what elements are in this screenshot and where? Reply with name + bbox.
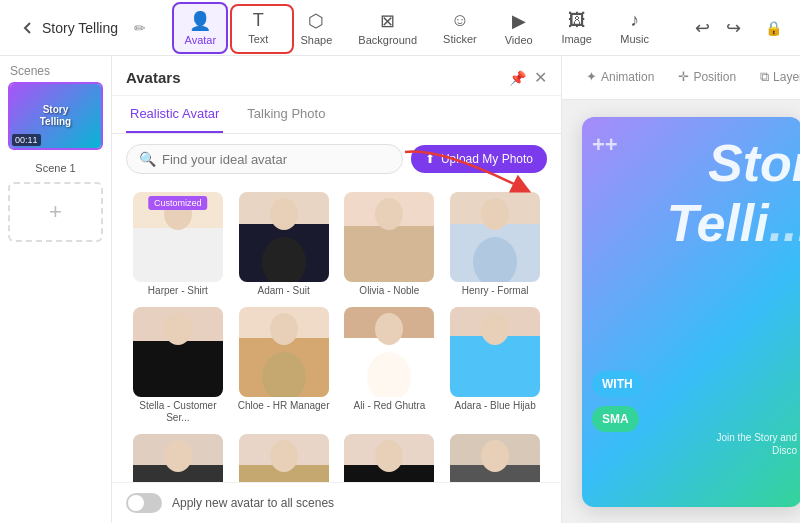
apply-all-toggle[interactable] [126,493,162,513]
svg-point-3 [262,237,306,282]
toggle-row: Apply new avatar to all scenes [112,482,561,523]
undo-button[interactable]: ↩ [689,11,716,45]
svg-point-5 [367,237,411,282]
avatar-tabs: Realistic Avatar Talking Photo [112,96,561,134]
avatar-card-harper[interactable]: CustomizedHarper - Shirt [126,188,230,301]
avatar-card-ali[interactable]: Ali - Red Ghutra [338,303,442,428]
lock-button[interactable]: 🔒 [759,14,788,42]
upload-label: Upload My Photo [441,152,533,166]
svg-point-6 [481,198,509,230]
panel-title: Avatars [126,69,509,86]
svg-point-21 [367,479,411,482]
tool-text[interactable]: T Text [230,2,286,54]
canvas-slide[interactable]: ++ Stor Telli... WITH SMA Join the Story… [582,117,800,507]
tab-position-label: Position [693,70,736,84]
canvas-area: ++ Stor Telli... WITH SMA Join the Story… [562,100,800,523]
avatar-img-chloe [239,307,329,397]
canvas-story-text: Stor [708,137,800,189]
animation-icon: ✦ [586,69,597,84]
avatar-card-p4[interactable] [443,430,547,482]
background-icon: ⊠ [380,10,395,32]
avatar-card-henry[interactable]: Henry - Formal [443,188,547,301]
avatar-grid: CustomizedHarper - ShirtAdam - SuitOlivi… [112,184,561,482]
sticker-icon: ☺ [451,10,469,31]
avatar-img-stella [133,307,223,397]
avatar-img-adam [239,192,329,282]
avatar-card-adara[interactable]: Adara - Blue Hijab [443,303,547,428]
shape-icon: ⬡ [308,10,324,32]
avatar-card-p3[interactable] [338,430,442,482]
tab-talking-photo[interactable]: Talking Photo [243,96,329,133]
top-toolbar: Story Telling ✏ 👤 Avatar T Text ⬡ Shape … [0,0,800,56]
avatar-panel: Avatars 📌 ✕ Realistic Avatar Talking Pho… [112,56,562,523]
search-box: 🔍 [126,144,403,174]
plus-decoration: ++ [592,132,618,158]
customized-badge: Customized [148,196,208,210]
avatar-name-adara: Adara - Blue Hijab [455,400,536,412]
toolbar-title: Story Telling [42,20,118,36]
scene-thumb-text: StoryTelling [40,104,71,128]
avatar-img-henry [450,192,540,282]
svg-point-9 [156,352,200,397]
toggle-label: Apply new avatar to all scenes [172,496,334,510]
tool-background[interactable]: ⊠ Background [346,2,429,54]
toggle-knob [128,495,144,511]
svg-point-1 [156,237,200,282]
tool-shape[interactable]: ⬡ Shape [288,2,344,54]
tab-layer-label: Layer [773,70,800,84]
badge-with: WITH [592,371,643,397]
scene-1-image: StoryTelling 00:11 [10,84,101,148]
avatar-card-olivia[interactable]: Olivia - Noble [338,188,442,301]
avatar-name-henry: Henry - Formal [462,285,529,297]
tool-sticker[interactable]: ☺ Sticker [431,2,489,54]
svg-point-23 [473,479,517,482]
scene-1-thumb[interactable]: StoryTelling 00:11 [8,82,103,150]
svg-point-18 [270,440,298,472]
svg-point-8 [164,313,192,345]
layer-icon: ⧉ [760,69,769,85]
search-row: 🔍 ⬆ Upload My Photo [112,134,561,184]
avatar-card-stella[interactable]: Stella - Customer Ser... [126,303,230,428]
tab-animation[interactable]: ✦ Animation [574,56,666,99]
upload-photo-button[interactable]: ⬆ Upload My Photo [411,145,547,173]
tool-video[interactable]: ▶ Video [491,2,547,54]
svg-point-19 [262,479,306,482]
svg-point-13 [367,352,411,397]
scene-1-name: Scene 1 [0,158,111,178]
canvas-join-text: Join the Story and Disco [697,431,797,457]
avatar-img-ali [344,307,434,397]
main-area: Scenes StoryTelling 00:11 Scene 1 + Avat… [0,56,800,523]
canvas-telling-text: Telli... [667,197,800,249]
tool-music[interactable]: ♪ Music [607,2,663,54]
add-scene-icon: + [49,199,62,225]
edit-title-icon[interactable]: ✏ [134,20,146,36]
music-icon: ♪ [630,10,639,31]
search-input[interactable] [162,152,390,167]
panel-header: Avatars 📌 ✕ [112,56,561,96]
avatar-name-ali: Ali - Red Ghutra [354,400,426,412]
pin-icon[interactable]: 📌 [509,70,526,86]
avatar-img-p4 [450,434,540,482]
avatar-card-p1[interactable] [126,430,230,482]
avatar-name-chloe: Chloe - HR Manager [238,400,330,412]
tool-avatar[interactable]: 👤 Avatar [172,2,228,54]
redo-button[interactable]: ↪ [720,11,747,45]
scenes-panel: Scenes StoryTelling 00:11 Scene 1 + [0,56,112,523]
tab-position[interactable]: ✛ Position [666,56,748,99]
tab-layer[interactable]: ⧉ Layer [748,56,800,99]
avatar-card-adam[interactable]: Adam - Suit [232,188,336,301]
avatar-img-adara [450,307,540,397]
svg-point-4 [375,198,403,230]
avatar-icon: 👤 [189,10,211,32]
image-icon: 🖼 [568,10,586,31]
tab-realistic-avatar[interactable]: Realistic Avatar [126,96,223,133]
add-scene-button[interactable]: + [8,182,103,242]
close-icon[interactable]: ✕ [534,68,547,87]
avatar-img-p3 [344,434,434,482]
avatar-card-chloe[interactable]: Chloe - HR Manager [232,303,336,428]
back-button[interactable]: Story Telling [12,16,126,40]
avatar-card-p2[interactable] [232,430,336,482]
avatar-img-p1 [133,434,223,482]
badge-sma: SMA [592,406,639,432]
tool-image[interactable]: 🖼 Image [549,2,605,54]
